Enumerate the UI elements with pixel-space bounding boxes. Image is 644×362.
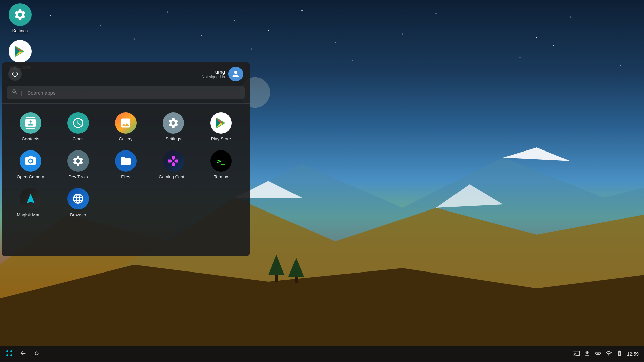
search-icon — [12, 89, 18, 97]
desktop-settings-label: Settings — [12, 28, 28, 33]
user-name: umg — [202, 69, 225, 75]
app-item-magisk[interactable]: Magisk Man... — [8, 185, 53, 220]
contacts-icon — [20, 112, 41, 134]
svg-point-40 — [6, 354, 8, 356]
devtools-label: Dev Tools — [69, 174, 88, 179]
app-item-playstore[interactable]: Play Store — [199, 110, 243, 144]
app-item-browser[interactable]: Browser — [56, 185, 100, 220]
user-status: Not signed in — [202, 75, 225, 79]
taskbar: 12:59 — [0, 346, 644, 362]
app-grid: Contacts Clock Gallery — [2, 105, 250, 225]
playstore-label: Play Store — [211, 136, 231, 141]
gaming-label: Gaming Cent... — [159, 174, 188, 179]
app-item-gaming[interactable]: Gaming Cent... — [151, 147, 196, 182]
files-label: Files — [121, 174, 130, 179]
magisk-label: Magisk Man... — [17, 212, 44, 217]
svg-point-41 — [10, 350, 12, 352]
user-avatar[interactable] — [228, 67, 243, 81]
app-item-settings[interactable]: Settings — [151, 110, 196, 144]
files-icon — [115, 150, 137, 172]
camera-icon — [20, 150, 41, 172]
desktop-icon-settings[interactable]: Settings — [3, 3, 37, 33]
wifi-icon[interactable] — [605, 350, 612, 358]
clock-label: Clock — [73, 136, 84, 141]
playstore-icon-circle — [9, 40, 32, 63]
svg-point-42 — [10, 354, 12, 356]
settings2-icon — [163, 112, 184, 134]
search-input[interactable] — [27, 90, 240, 96]
app-drawer: umg Not signed in | — [2, 62, 250, 256]
app-item-opencamera[interactable]: Open Camera — [8, 147, 53, 182]
clock-icon — [67, 112, 89, 134]
settings-icon-circle — [9, 3, 32, 26]
settings-label: Settings — [166, 136, 181, 141]
gaming-icon — [163, 150, 184, 172]
cast-icon[interactable] — [573, 350, 580, 358]
drawer-divider — [2, 103, 250, 104]
taskbar-time: 12:59 — [627, 351, 639, 357]
contacts-label: Contacts — [22, 136, 39, 141]
drawer-header: umg Not signed in — [2, 62, 250, 85]
download-icon[interactable] — [584, 350, 591, 358]
battery-icon — [616, 350, 623, 358]
gallery-label: Gallery — [119, 136, 132, 141]
termux-icon: >_ — [210, 150, 232, 172]
taskbar-left — [5, 349, 573, 359]
magisk-icon — [20, 188, 41, 209]
svg-point-43 — [35, 352, 38, 355]
search-bar: | — [7, 86, 245, 99]
app-item-devtools[interactable]: Dev Tools — [56, 147, 100, 182]
svg-point-39 — [6, 350, 8, 352]
app-item-termux[interactable]: >_ Termux — [199, 147, 243, 182]
search-divider: | — [21, 90, 22, 96]
browser-icon — [67, 188, 89, 209]
app-item-clock[interactable]: Clock — [56, 110, 100, 144]
app-item-files[interactable]: Files — [104, 147, 148, 182]
code-icon[interactable] — [595, 350, 601, 358]
launcher-icon[interactable] — [5, 349, 13, 359]
browser-label: Browser — [70, 212, 86, 217]
devtools-icon — [67, 150, 89, 172]
power-button[interactable] — [8, 67, 22, 81]
termux-label: Termux — [214, 174, 228, 179]
app-item-contacts[interactable]: Contacts — [8, 110, 53, 144]
desktop: Settings Play Store — [0, 0, 644, 362]
home-button[interactable] — [33, 350, 40, 359]
gallery-icon — [115, 112, 137, 134]
user-area: umg Not signed in — [202, 67, 243, 81]
back-button[interactable] — [19, 350, 27, 359]
app-item-gallery[interactable]: Gallery — [104, 110, 148, 144]
opencamera-label: Open Camera — [17, 174, 44, 179]
user-info: umg Not signed in — [202, 69, 225, 79]
playstore2-icon — [210, 112, 232, 134]
taskbar-right: 12:59 — [573, 350, 639, 358]
